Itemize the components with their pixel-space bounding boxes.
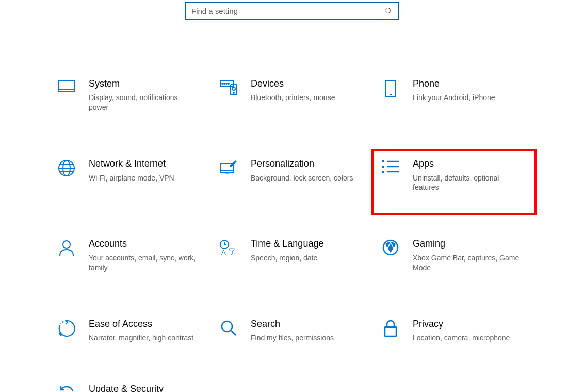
svg-line-36: [231, 331, 236, 335]
search-icon: [384, 7, 393, 15]
tile-devices[interactable]: Devices Bluetooth, printers, mouse: [214, 76, 370, 115]
svg-rect-22: [382, 160, 384, 162]
tile-title: Accounts: [89, 238, 201, 250]
svg-rect-23: [382, 166, 384, 168]
tile-desc: Xbox Game Bar, captures, Game Mode: [413, 253, 525, 273]
tile-title: Gaming: [413, 238, 525, 250]
tile-ease-of-access[interactable]: Ease of Access Narrator, magnifier, high…: [52, 316, 208, 345]
tile-title: Time & Language: [251, 238, 323, 250]
svg-text:字: 字: [229, 247, 236, 255]
tile-title: Network & Internet: [89, 158, 174, 170]
search-box[interactable]: [185, 2, 399, 20]
search-tile-icon: [216, 318, 241, 336]
tile-title: Ease of Access: [89, 318, 193, 330]
phone-icon: [378, 78, 403, 98]
tile-desc: Link your Android, iPhone: [413, 93, 495, 103]
tile-search[interactable]: Search Find my files, permissions: [214, 316, 370, 345]
tile-desc: Wi-Fi, airplane mode, VPN: [89, 173, 174, 183]
tile-system[interactable]: System Display, sound, notifications, po…: [52, 76, 208, 115]
tile-title: Apps: [413, 158, 525, 170]
tile-desc: Your accounts, email, sync, work, family: [89, 253, 201, 273]
svg-rect-24: [382, 171, 384, 173]
svg-point-10: [232, 87, 235, 90]
tile-update-security[interactable]: Update & Security Windows Update, recove…: [52, 381, 208, 392]
svg-point-6: [224, 83, 225, 84]
privacy-icon: [378, 318, 403, 337]
gaming-icon: [378, 238, 403, 256]
network-icon: [54, 158, 79, 177]
system-icon: [54, 78, 79, 95]
ease-of-access-icon: [54, 318, 79, 337]
tile-desc: Display, sound, notifications, power: [89, 93, 201, 112]
update-security-icon: [54, 383, 79, 392]
tile-network[interactable]: Network & Internet Wi-Fi, airplane mode,…: [52, 156, 208, 194]
tile-title: Privacy: [413, 318, 510, 330]
tile-title: Devices: [251, 78, 335, 90]
tile-title: Phone: [413, 78, 495, 90]
svg-text:A: A: [221, 249, 226, 256]
apps-icon: [378, 158, 403, 174]
svg-point-28: [63, 241, 70, 248]
tile-desc: Location, camera, microphone: [413, 333, 510, 343]
tile-gaming[interactable]: Gaming Xbox Game Bar, captures, Game Mod…: [376, 236, 532, 274]
tile-privacy[interactable]: Privacy Location, camera, microphone: [376, 316, 532, 345]
svg-point-35: [222, 321, 232, 332]
svg-point-5: [222, 83, 223, 84]
svg-line-1: [390, 12, 392, 14]
tile-desc: Narrator, magnifier, high contrast: [89, 333, 193, 343]
tile-accounts[interactable]: Accounts Your accounts, email, sync, wor…: [52, 236, 208, 274]
tile-desc: Bluetooth, printers, mouse: [251, 93, 335, 103]
tile-desc: Background, lock screen, colors: [251, 173, 353, 183]
tile-phone[interactable]: Phone Link your Android, iPhone: [376, 76, 532, 115]
svg-rect-37: [385, 327, 396, 336]
tile-personalization[interactable]: Personalization Background, lock screen,…: [214, 156, 370, 194]
devices-icon: [216, 78, 241, 96]
tile-desc: Uninstall, defaults, optional features: [413, 173, 525, 193]
tile-title: Update & Security: [89, 383, 201, 392]
tile-title: System: [89, 78, 201, 90]
tile-title: Search: [251, 318, 334, 330]
tile-time-language[interactable]: A 字 Time & Language Speech, region, date: [214, 236, 370, 274]
tile-apps[interactable]: Apps Uninstall, defaults, optional featu…: [371, 149, 537, 215]
tile-title: Personalization: [251, 158, 353, 170]
svg-point-11: [233, 92, 234, 93]
svg-point-7: [226, 83, 227, 84]
time-language-icon: A 字: [216, 238, 241, 256]
tile-desc: Speech, region, date: [251, 253, 323, 263]
tile-desc: Find my files, permissions: [251, 333, 334, 343]
svg-point-8: [228, 83, 229, 84]
accounts-icon: [54, 238, 79, 257]
svg-point-0: [385, 8, 391, 13]
search-input[interactable]: [191, 7, 384, 15]
personalization-icon: [216, 158, 241, 176]
